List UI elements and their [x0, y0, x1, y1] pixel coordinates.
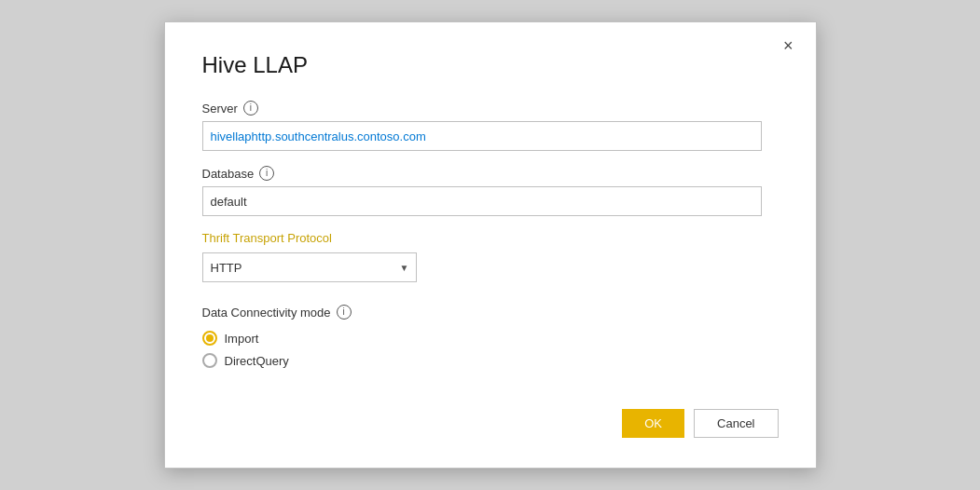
database-info-icon[interactable]: i — [259, 166, 274, 181]
server-info-icon[interactable]: i — [243, 101, 258, 116]
server-input[interactable] — [202, 121, 762, 151]
server-label: Server i — [202, 101, 779, 116]
dialog-title: Hive LLAP — [202, 52, 779, 78]
server-label-text: Server — [202, 102, 238, 116]
connectivity-info-icon[interactable]: i — [337, 305, 352, 320]
connectivity-radio-group: Import DirectQuery — [202, 331, 779, 368]
database-field-group: Database i — [202, 166, 779, 216]
thrift-label: Thrift Transport Protocol — [202, 231, 779, 245]
directquery-radio-item[interactable]: DirectQuery — [202, 353, 779, 368]
import-radio-item[interactable]: Import — [202, 331, 779, 346]
cancel-button[interactable]: Cancel — [694, 409, 778, 438]
hive-llap-dialog: × Hive LLAP Server i Database i Thrift T… — [164, 21, 817, 469]
ok-button[interactable]: OK — [622, 409, 684, 438]
connectivity-label-text: Data Connectivity mode — [202, 306, 331, 320]
database-label-text: Database — [202, 167, 255, 181]
connectivity-section: Data Connectivity mode i Import DirectQu… — [202, 305, 779, 368]
directquery-radio-label: DirectQuery — [225, 354, 289, 368]
import-radio-button[interactable] — [202, 331, 217, 346]
server-field-group: Server i — [202, 101, 779, 151]
dialog-footer: OK Cancel — [202, 390, 779, 438]
database-input[interactable] — [202, 186, 762, 216]
database-label: Database i — [202, 166, 779, 181]
connectivity-label: Data Connectivity mode i — [202, 305, 779, 320]
thrift-field-group: Thrift Transport Protocol HTTP SASL Bina… — [202, 231, 779, 282]
thrift-select[interactable]: HTTP SASL Binary — [202, 252, 417, 282]
thrift-select-wrapper: HTTP SASL Binary ▼ — [202, 252, 417, 282]
import-radio-label: Import — [225, 332, 259, 346]
directquery-radio-button[interactable] — [202, 353, 217, 368]
close-button[interactable]: × — [778, 35, 799, 56]
